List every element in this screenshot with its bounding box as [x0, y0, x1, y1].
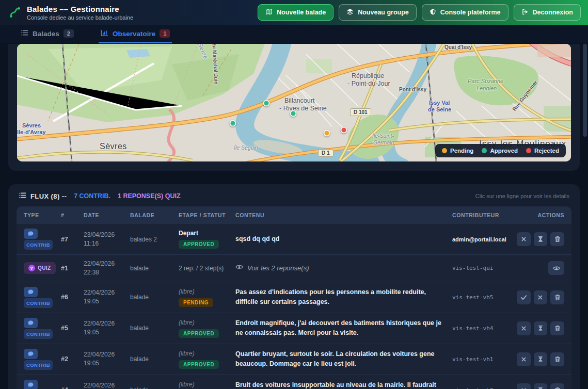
pending-icon	[537, 325, 544, 332]
tab-balades[interactable]: Balades 2	[19, 25, 76, 43]
flux-header: FLUX (8) -- 7 CONTRIB. 1 REPONSE(S) QUIZ…	[17, 191, 571, 206]
row-etape-statut: (libre)APPROVED	[179, 381, 230, 389]
view-button[interactable]	[548, 261, 564, 275]
approve-icon	[520, 294, 527, 301]
new-balade-button[interactable]: Nouvelle balade	[258, 4, 333, 21]
pending-button[interactable]	[534, 321, 548, 335]
row-etape-statut: DepartAPPROVED	[179, 230, 230, 249]
delete-icon	[554, 325, 561, 332]
table-row[interactable]: CONTRIB#622/04/202619:05balade(libre)PEN…	[17, 282, 571, 313]
row-number: #1	[61, 265, 78, 272]
list-icon	[19, 192, 26, 200]
delete-button[interactable]	[550, 321, 564, 335]
flux-table: TYPE # DATE BALADE ETAPE / STATUT CONTEN…	[17, 206, 571, 389]
row-contributeur: vis-test-vh3	[452, 387, 512, 389]
logout-icon	[521, 8, 529, 17]
status-badge: APPROVED	[179, 360, 219, 369]
row-balade: balade	[130, 294, 173, 301]
row-contributeur: admin@portail.local	[452, 236, 512, 242]
row-balade: balade	[130, 325, 173, 332]
row-balade: balades 2	[130, 236, 173, 243]
platform-console-button[interactable]: Console plateforme	[422, 4, 508, 21]
contrib-count: 7 CONTRIB.	[74, 192, 110, 200]
table-row[interactable]: CONTRIB#422/04/202619:05balade(libre)APP…	[17, 375, 571, 389]
row-contributeur: vis-test-qui	[452, 265, 512, 271]
map[interactable]: SèvresIssy-les-MoulineauxRépublique- Poi…	[17, 44, 571, 161]
row-date: 22/04/202619:05	[84, 381, 125, 389]
col-etape-statut: ETAPE / STATUT	[179, 212, 230, 218]
row-actions	[517, 352, 564, 366]
logout-button[interactable]: Deconnexion	[514, 4, 581, 21]
question-icon: ?	[28, 265, 35, 271]
row-number: #2	[61, 355, 78, 363]
row-number: #7	[61, 236, 78, 243]
status-badge: APPROVED	[179, 240, 219, 249]
delete-icon	[554, 387, 561, 389]
pending-dot-icon	[442, 148, 447, 153]
pending-icon	[537, 236, 544, 242]
status-badge: APPROVED	[179, 329, 219, 338]
scrollbar[interactable]	[583, 44, 587, 137]
row-contenu: Endroit magnifique, j'ai decouvert des b…	[235, 318, 447, 338]
map-marker-approved[interactable]	[263, 100, 270, 107]
row-contenu: Quartier bruyant, surtout le soir. La ci…	[235, 349, 447, 369]
approve-button[interactable]	[517, 290, 531, 304]
row-number: #5	[61, 325, 78, 332]
tab-observatoire[interactable]: Observatoire 1	[99, 25, 172, 43]
pending-icon	[537, 356, 544, 363]
pending-button[interactable]	[534, 232, 548, 246]
contrib-type-badge: CONTRIB	[24, 349, 53, 370]
row-contenu: sqsd dq qd qd	[235, 234, 447, 244]
delete-button[interactable]	[550, 232, 564, 246]
reject-icon	[521, 387, 527, 389]
reject-button[interactable]	[517, 383, 531, 389]
reject-button[interactable]	[517, 352, 531, 366]
contrib-type-badge: CONTRIB	[24, 380, 53, 389]
col-balade: BALADE	[130, 212, 173, 218]
quiz-type-badge: ?QUIZ	[24, 262, 56, 274]
pending-button[interactable]	[534, 383, 548, 389]
reject-button[interactable]	[517, 232, 531, 246]
table-row[interactable]: CONTRIB#723/04/202611:16balades 2DepartA…	[17, 224, 571, 254]
map-marker-rejected[interactable]	[341, 127, 347, 134]
table-row[interactable]: CONTRIB#522/04/202619:05balade(libre)APP…	[17, 313, 571, 344]
reject-button[interactable]	[517, 321, 531, 335]
layers-icon	[346, 8, 354, 17]
tab-bar: Balades 2 Observatoire 1	[0, 25, 588, 44]
row-actions	[517, 383, 564, 389]
contrib-type-badge: CONTRIB	[24, 318, 53, 339]
bar-chart-icon	[101, 29, 108, 38]
table-header-row: TYPE # DATE BALADE ETAPE / STATUT CONTEN…	[17, 206, 571, 224]
table-hint: Clic sur une ligne pour voir les details	[475, 193, 569, 199]
delete-button[interactable]	[550, 383, 564, 389]
reject-button[interactable]	[534, 290, 548, 304]
page-subtitle: Console dediee au service balade-urbaine	[27, 14, 133, 21]
legend-pending: Pending	[442, 148, 473, 154]
row-actions	[517, 290, 564, 304]
table-row[interactable]: ?QUIZ#122/04/202622:38balade2 rep. / 2 s…	[17, 254, 571, 282]
contrib-type-badge: CONTRIB	[24, 229, 53, 250]
legend-rejected: Rejected	[526, 148, 559, 154]
col-date: DATE	[84, 212, 125, 218]
delete-button[interactable]	[550, 352, 564, 366]
row-contenu: Pas assez d'indications pour les personn…	[235, 287, 447, 307]
reject-icon	[521, 356, 527, 362]
row-etape-statut: (libre)APPROVED	[179, 350, 230, 369]
row-date: 22/04/202619:05	[84, 350, 125, 368]
row-etape-statut: 2 rep. / 2 step(s)	[179, 265, 230, 272]
delete-button[interactable]	[550, 290, 564, 304]
table-row[interactable]: CONTRIB#222/04/202619:05balade(libre)APP…	[17, 344, 571, 375]
delete-icon	[554, 236, 561, 242]
row-contenu: Bruit des voitures insupportable au nive…	[235, 380, 447, 389]
chat-bubble-icon	[24, 287, 38, 297]
flux-title: FLUX (8) --	[19, 192, 67, 200]
row-date: 22/04/202619:05	[84, 319, 125, 337]
map-marker-approved[interactable]	[290, 110, 297, 117]
chat-bubble-icon	[24, 318, 38, 328]
row-contenu: Voir les 2 reponse(s)	[235, 263, 447, 273]
map-marker-pending[interactable]	[324, 130, 330, 137]
eye-icon	[235, 263, 243, 273]
new-group-button[interactable]: Nouveau groupe	[339, 4, 417, 21]
map-marker-approved[interactable]	[230, 120, 236, 127]
pending-button[interactable]	[534, 352, 548, 366]
